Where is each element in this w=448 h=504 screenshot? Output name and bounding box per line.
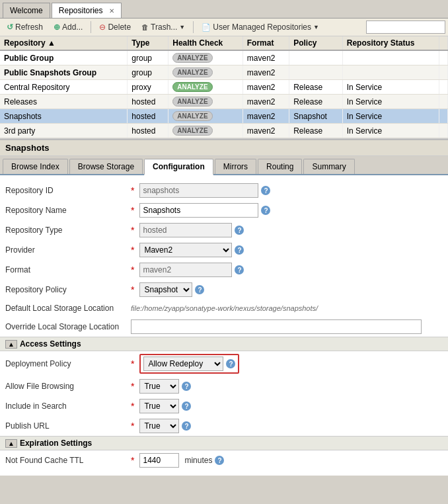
col-header-type[interactable]: Type bbox=[128, 36, 168, 50]
col-header-extra bbox=[439, 36, 448, 50]
provider-select[interactable]: Maven2 bbox=[139, 243, 232, 257]
repo-name: 3rd party bbox=[0, 124, 128, 138]
publish-url-control: * True False ? bbox=[131, 419, 191, 433]
detail-section-title: Snapshots bbox=[5, 143, 49, 153]
help-icon[interactable]: ? bbox=[195, 285, 204, 294]
collapse-button[interactable]: ▲ bbox=[5, 340, 17, 349]
help-icon[interactable]: ? bbox=[182, 421, 191, 431]
format-control: * ? bbox=[131, 263, 244, 277]
publish-url-label: Publish URL bbox=[5, 421, 131, 431]
analyze-button[interactable]: ANALYZE bbox=[172, 67, 212, 77]
config-panel: Repository ID * ? Repository Name * ? Re… bbox=[0, 175, 448, 476]
col-header-repository[interactable]: Repository ▲ bbox=[0, 36, 128, 50]
main-toolbar: ↺ Refresh ⊕ Add... ⊖ Delete 🗑 Trash... ▼… bbox=[0, 19, 448, 36]
deployment-policy-highlight: Allow Redeploy Disable Redeploy Read Onl… bbox=[139, 354, 239, 374]
form-row-deployment-policy: Deployment Policy * Allow Redeploy Disab… bbox=[0, 351, 448, 376]
include-search-label: Include in Search bbox=[5, 401, 131, 411]
form-row-publish-url: Publish URL * True False ? bbox=[0, 416, 448, 436]
help-icon[interactable]: ? bbox=[261, 186, 270, 195]
minutes-label: minutes bbox=[184, 456, 212, 465]
expiration-settings-header: ▲ Expiration Settings bbox=[0, 436, 448, 450]
repository-name-label: Repository Name bbox=[5, 206, 131, 215]
publish-url-select[interactable]: True False bbox=[139, 419, 179, 433]
detail-section-header: Snapshots bbox=[0, 139, 448, 156]
table-row[interactable]: Public Snapshots Group group ANALYZE mav… bbox=[0, 65, 448, 80]
provider-label: Provider bbox=[5, 245, 131, 255]
expiration-collapse-button[interactable]: ▲ bbox=[5, 439, 17, 448]
form-row-allow-browsing: Allow File Browsing * True False ? bbox=[0, 376, 448, 396]
table-row[interactable]: Public Group group ANALYZE maven2 bbox=[0, 50, 448, 65]
repository-id-input[interactable] bbox=[139, 183, 258, 198]
tab-welcome[interactable]: Welcome bbox=[3, 3, 50, 18]
required-marker: * bbox=[131, 186, 134, 195]
sub-tab-configuration[interactable]: Configuration bbox=[144, 159, 213, 175]
refresh-button[interactable]: ↺ Refresh bbox=[3, 21, 47, 33]
include-search-select[interactable]: True False bbox=[139, 399, 179, 413]
form-row-default-storage: Default Local Storage Location file:/hom… bbox=[0, 300, 448, 317]
repo-name: Public Group bbox=[0, 50, 128, 65]
table-row[interactable]: Snapshots hosted ANALYZE maven2 Snapshot… bbox=[0, 109, 448, 124]
help-icon[interactable]: ? bbox=[235, 265, 244, 274]
allow-browsing-select[interactable]: True False bbox=[139, 379, 179, 394]
override-storage-input[interactable] bbox=[131, 319, 422, 334]
sub-tab-browse-index[interactable]: Browse Index bbox=[3, 159, 68, 174]
sub-tab-mirrors[interactable]: Mirrors bbox=[215, 159, 256, 174]
trash-button[interactable]: 🗑 Trash... ▼ bbox=[137, 21, 189, 33]
tab-repositories-label: Repositories bbox=[59, 6, 103, 15]
repo-type: hosted bbox=[128, 124, 168, 138]
col-header-status[interactable]: Repository Status bbox=[342, 36, 439, 50]
delete-button[interactable]: ⊖ Delete bbox=[95, 21, 135, 33]
table-row[interactable]: Central Repository proxy ANALYZE maven2 … bbox=[0, 80, 448, 95]
analyze-button[interactable]: ANALYZE bbox=[172, 126, 212, 136]
repository-id-control: * ? bbox=[131, 183, 270, 198]
not-found-ttl-input[interactable] bbox=[139, 453, 179, 468]
help-icon[interactable]: ? bbox=[182, 382, 191, 391]
form-row-format: Format * ? bbox=[0, 260, 448, 280]
help-icon[interactable]: ? bbox=[235, 226, 244, 235]
help-icon[interactable]: ? bbox=[261, 206, 270, 215]
top-tab-bar: Welcome Repositories ✕ bbox=[0, 0, 448, 19]
sub-tab-routing[interactable]: Routing bbox=[258, 159, 302, 174]
repository-name-input[interactable] bbox=[139, 203, 258, 218]
help-icon[interactable]: ? bbox=[182, 401, 191, 411]
help-icon[interactable]: ? bbox=[235, 245, 244, 255]
col-header-format[interactable]: Format bbox=[243, 36, 289, 50]
col-header-health-check[interactable]: Health Check bbox=[168, 36, 243, 50]
help-icon[interactable]: ? bbox=[226, 359, 235, 368]
repo-status: In Service bbox=[342, 124, 439, 138]
form-row-repository-policy: Repository Policy * Snapshot Release ? bbox=[0, 280, 448, 300]
sub-tab-summary[interactable]: Summary bbox=[303, 159, 354, 174]
deployment-policy-select[interactable]: Allow Redeploy Disable Redeploy Read Onl… bbox=[143, 357, 223, 371]
allow-browsing-label: Allow File Browsing bbox=[5, 382, 131, 391]
repo-type: group bbox=[128, 50, 168, 65]
repo-extra bbox=[439, 124, 448, 138]
search-input[interactable] bbox=[366, 21, 445, 34]
repo-health-check: ANALYZE bbox=[168, 80, 243, 95]
table-row[interactable]: Releases hosted ANALYZE maven2 Release I… bbox=[0, 95, 448, 109]
sub-tab-bar: Browse Index Browse Storage Configuratio… bbox=[0, 156, 448, 175]
not-found-ttl-control: * minutes ? bbox=[131, 453, 224, 468]
table-row[interactable]: 3rd party hosted ANALYZE maven2 Release … bbox=[0, 124, 448, 138]
required-marker: * bbox=[131, 285, 134, 294]
form-row-include-search: Include in Search * True False ? bbox=[0, 396, 448, 416]
repository-table: Repository ▲ Type Health Check Format Po… bbox=[0, 36, 448, 138]
analyze-button[interactable]: ANALYZE bbox=[172, 111, 212, 121]
analyze-button[interactable]: ANALYZE bbox=[172, 82, 212, 92]
repository-policy-select[interactable]: Snapshot Release bbox=[139, 282, 192, 297]
tab-repositories[interactable]: Repositories ✕ bbox=[52, 3, 122, 18]
add-button[interactable]: ⊕ Add... bbox=[50, 21, 87, 33]
analyze-button[interactable]: ANALYZE bbox=[172, 53, 212, 63]
analyze-button[interactable]: ANALYZE bbox=[172, 97, 212, 106]
required-marker: * bbox=[131, 401, 134, 411]
repo-name: Central Repository bbox=[0, 80, 128, 95]
repo-extra bbox=[439, 109, 448, 124]
repo-type: hosted bbox=[128, 109, 168, 124]
col-header-policy[interactable]: Policy bbox=[289, 36, 343, 50]
repo-format: maven2 bbox=[243, 50, 289, 65]
help-icon[interactable]: ? bbox=[215, 456, 224, 465]
sub-tab-browse-storage[interactable]: Browse Storage bbox=[69, 159, 143, 174]
repo-name: Snapshots bbox=[0, 109, 128, 124]
close-icon[interactable]: ✕ bbox=[109, 7, 114, 15]
user-managed-button[interactable]: 📄 User Managed Repositories ▼ bbox=[198, 21, 323, 33]
repo-health-check: ANALYZE bbox=[168, 109, 243, 124]
